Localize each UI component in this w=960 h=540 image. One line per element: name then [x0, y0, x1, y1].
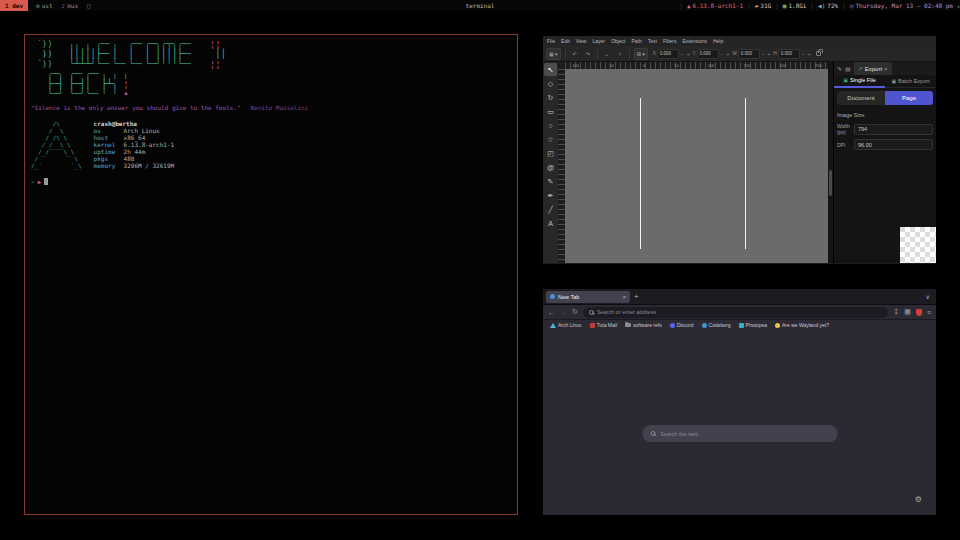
separator: | [810, 2, 814, 9]
close-icon[interactable]: × [884, 66, 888, 72]
tab-new-tab[interactable]: New Tab × [546, 291, 630, 303]
text-tool[interactable]: A [544, 217, 557, 230]
decrement-button[interactable]: − [801, 51, 806, 57]
menu-object[interactable]: Object [611, 38, 625, 44]
bookmark-arch-linux[interactable]: Arch Linux [550, 322, 582, 328]
web-search-box[interactable] [642, 425, 837, 442]
rotate-ccw-button[interactable]: ↶ [570, 48, 580, 60]
scrollbar-thumb[interactable] [829, 170, 832, 196]
back-button[interactable]: ← [548, 309, 555, 316]
layers-icon[interactable]: ▤ [845, 65, 851, 72]
decrement-button[interactable]: − [761, 51, 766, 57]
search-icon [650, 431, 655, 436]
bookmark-are-we-wayland-yet[interactable]: Are we Wayland yet? [775, 322, 829, 328]
bookmark-discord[interactable]: Discord [670, 322, 694, 328]
personalize-gear-icon[interactable]: ⚙ [915, 495, 922, 504]
pencil-tool[interactable]: ✎ [544, 175, 557, 188]
selector-tool[interactable]: ↖ [544, 63, 557, 76]
menu-extensions[interactable]: Extensions [683, 38, 707, 44]
arch-logo-ascii: /\ / \ / /\ \ / / \ \ / /‾‾‾‾\ \ / ‾ ‾ \… [31, 120, 82, 169]
field-w-input[interactable]: 0.000 [738, 49, 760, 59]
menu-path[interactable]: Path [631, 38, 641, 44]
increment-button[interactable]: + [767, 51, 772, 57]
page-border-right [745, 98, 746, 249]
image-size-label: Image Size [837, 112, 933, 118]
node-tool[interactable]: ◇ [544, 77, 557, 90]
increment-button[interactable]: + [726, 51, 731, 57]
downloads-button[interactable]: ↧ [893, 308, 899, 316]
edit-icon[interactable]: ✎ [837, 65, 842, 72]
decrement-button[interactable]: − [680, 51, 685, 57]
url-input[interactable] [597, 309, 883, 315]
bookmark-tuta-mail[interactable]: Tuta Mail [590, 322, 617, 328]
tab-batch-export[interactable]: ▣Batch Export [885, 75, 936, 88]
extensions-button[interactable]: ▦ [904, 308, 911, 316]
field-y-input[interactable]: 0.000 [697, 49, 719, 59]
topbar-module-mux[interactable]: ♪mux [62, 2, 78, 9]
note-icon: ♪ [62, 2, 66, 9]
workspace-indicator[interactable]: 1 dev [0, 0, 28, 11]
bookmark-codeberg[interactable]: Codeberg [702, 322, 731, 328]
page-button[interactable]: Page [885, 91, 933, 105]
lock-ratio-icon[interactable] [816, 51, 821, 56]
bookmark-photopea[interactable]: Photopea [739, 322, 767, 328]
menu-edit[interactable]: Edit [561, 38, 570, 44]
export-dialog-tab[interactable]: ↗ Export × [854, 62, 892, 75]
decrement-button[interactable]: − [720, 51, 725, 57]
page-border-left [640, 98, 641, 249]
memory-icon: ▦ [783, 2, 787, 9]
pen-tool[interactable]: ✒ [544, 189, 557, 202]
tab-single-file[interactable]: ▣Single File [834, 75, 885, 88]
url-bar[interactable] [583, 307, 889, 318]
vertical-ruler[interactable] [558, 69, 565, 263]
drawing-canvas[interactable] [565, 69, 828, 263]
web-search-input[interactable] [660, 431, 829, 437]
spiral-tool[interactable]: @ [544, 161, 557, 174]
bookmark-software-refs[interactable]: software refs [625, 322, 662, 328]
terminal-quote: "Silence is the only answer you should g… [31, 104, 511, 111]
document-button[interactable]: Document [837, 91, 885, 105]
transform-tool[interactable]: ↻ [544, 91, 557, 104]
list-tabs-icon[interactable]: ∨ [926, 293, 930, 300]
increment-button[interactable]: + [807, 51, 812, 57]
menu-button[interactable]: ≡ [927, 309, 931, 316]
menu-filters[interactable]: Filters [663, 38, 677, 44]
forward-button[interactable]: → [560, 309, 567, 316]
dpi-input[interactable] [854, 139, 933, 150]
bookmark-favicon [702, 323, 707, 328]
rectangle-tool[interactable]: ▭ [544, 105, 557, 118]
menu-help[interactable]: Help [713, 38, 723, 44]
increment-button[interactable]: + [686, 51, 691, 57]
box3d-tool[interactable]: ◰ [544, 147, 557, 160]
dock-header: ✎ ▤ ↗ Export × [834, 62, 936, 75]
selection-mode-dropdown[interactable]: ▦ ▾ [546, 48, 561, 60]
ellipse-tool[interactable]: ○ [544, 119, 557, 132]
menu-text[interactable]: Text [648, 38, 657, 44]
ink-fields: X0.000−+Y0.000−+W0.000−+H0.000−+ [651, 49, 812, 59]
ublock-icon[interactable] [916, 309, 922, 316]
menu-view[interactable]: View [576, 38, 587, 44]
flip-horizontal-button[interactable]: ↔ [602, 48, 612, 60]
field-x-input[interactable]: 0.000 [657, 49, 679, 59]
ruler-label: 200 [780, 62, 787, 69]
search-icon [589, 310, 594, 315]
flip-vertical-button[interactable]: ↕ [615, 48, 625, 60]
field-h-input[interactable]: 0.000 [778, 49, 800, 59]
topbar-module-window[interactable]: □ [87, 2, 91, 9]
tab-close-icon[interactable]: × [623, 294, 626, 300]
menu-layer[interactable]: Layer [592, 38, 605, 44]
topbar-module-ust[interactable]: ⚙ust [36, 2, 52, 9]
shell-prompt[interactable]: ~ ▶ [31, 178, 511, 185]
menu-file[interactable]: File [547, 38, 555, 44]
new-tab-button[interactable]: + [634, 292, 639, 301]
align-dropdown[interactable]: ⊞ ▾ [634, 48, 648, 60]
status-kernel: ▲6.13.8-arch1-1 [687, 2, 743, 9]
calligraphy-tool[interactable]: ╱ [544, 203, 557, 216]
reload-button[interactable]: ↻ [572, 308, 578, 316]
export-buttons: DocumentPage [837, 91, 933, 105]
star-tool[interactable]: ☆ [544, 133, 557, 146]
rotate-cw-button[interactable]: ↷ [583, 48, 593, 60]
bookmark-favicon [739, 323, 744, 328]
horizontal-ruler[interactable]: -100-50050100150200250 [565, 62, 828, 69]
width-input[interactable] [854, 124, 933, 135]
